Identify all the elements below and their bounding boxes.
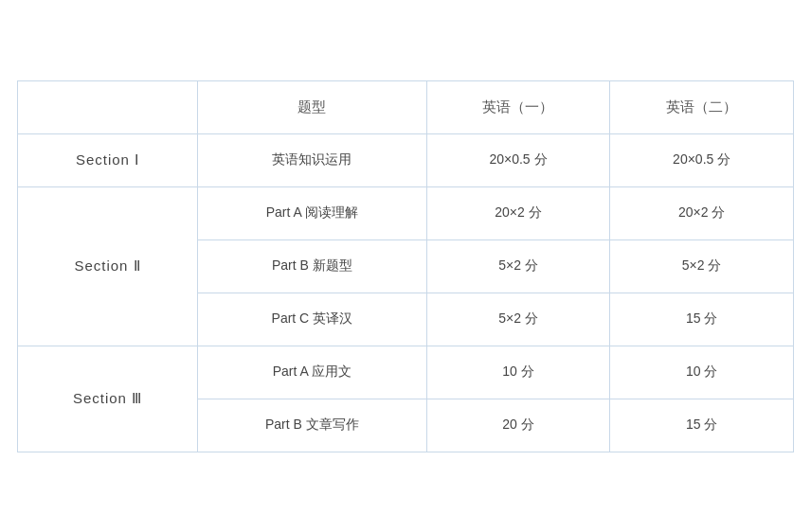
score-english2: 20×2 分 <box>610 186 794 239</box>
section-cell: Section Ⅱ <box>18 186 198 346</box>
part-cell: Part A 阅读理解 <box>198 186 427 239</box>
header-row: 题型 英语（一） 英语（二） <box>18 80 794 133</box>
score-english1: 20×2 分 <box>426 186 610 239</box>
score-english2: 15 分 <box>610 293 794 346</box>
part-cell: Part B 文章写作 <box>198 399 427 452</box>
section-cell: Section Ⅲ <box>18 346 198 452</box>
score-english1: 5×2 分 <box>426 239 610 293</box>
score-english2: 20×0.5 分 <box>610 133 794 186</box>
part-cell: 英语知识运用 <box>198 133 427 186</box>
header-english1: 英语（一） <box>426 80 610 133</box>
part-cell: Part B 新题型 <box>198 239 427 293</box>
score-table: 题型 英语（一） 英语（二） Section Ⅰ英语知识运用20×0.5 分20… <box>17 80 794 452</box>
header-section <box>18 80 198 133</box>
table-row: Section Ⅰ英语知识运用20×0.5 分20×0.5 分 <box>18 133 794 186</box>
score-english1: 20 分 <box>426 399 610 452</box>
score-english2: 15 分 <box>610 399 794 452</box>
table-row: Section ⅡPart A 阅读理解20×2 分20×2 分 <box>18 186 794 239</box>
section-cell: Section Ⅰ <box>18 133 198 186</box>
score-english1: 20×0.5 分 <box>426 133 610 186</box>
score-english1: 10 分 <box>426 346 610 399</box>
part-cell: Part A 应用文 <box>198 346 427 399</box>
header-english2: 英语（二） <box>610 80 794 133</box>
header-type: 题型 <box>198 80 427 133</box>
score-english2: 10 分 <box>610 346 794 399</box>
table-row: Section ⅢPart A 应用文10 分10 分 <box>18 346 794 399</box>
score-english2: 5×2 分 <box>610 239 794 293</box>
part-cell: Part C 英译汉 <box>198 293 427 346</box>
score-english1: 5×2 分 <box>426 293 610 346</box>
table-wrapper: 题型 英语（一） 英语（二） Section Ⅰ英语知识运用20×0.5 分20… <box>17 80 794 452</box>
